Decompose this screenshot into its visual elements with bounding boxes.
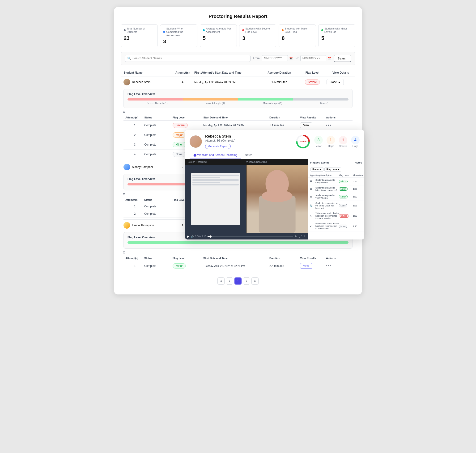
l-start-1: Tuesday, April 23, 2024 at 02:21 PM — [203, 264, 269, 267]
stat-value-severe-flag: 3 — [242, 35, 273, 41]
calendar-to-icon[interactable]: 📅 — [328, 57, 331, 60]
tab-recording[interactable]: ⬤ Webcam and Screen Recording — [190, 151, 241, 159]
col-view-details: View Details — [326, 71, 355, 74]
fr3-icon: 🖥 — [310, 195, 316, 198]
progress-bar[interactable] — [208, 236, 293, 237]
stat-card-minor-flag: Students with Minor Level Flag 5 — [318, 24, 355, 47]
attempt-table-header: Attempt(s) Status Flag Level Start Date … — [123, 115, 353, 120]
modal-header: Rebecca Stein Attempt: 3/3 (Complete) Ge… — [185, 130, 364, 151]
play-button[interactable]: ▶ — [187, 235, 189, 238]
page-title: Proctoring Results Report — [121, 14, 355, 19]
progress-fill — [208, 236, 209, 237]
search-button[interactable]: Search — [334, 55, 351, 62]
l-more-btn-1[interactable]: ••• — [326, 264, 332, 268]
filter-icon-laurie[interactable]: ⚙ — [123, 251, 353, 254]
flagged-events-title: Flagged Events — [310, 161, 329, 164]
att-num-4: 4 — [125, 153, 144, 156]
l-col-start: Start Date and Time — [203, 257, 269, 260]
events-chevron: ▾ — [320, 168, 321, 171]
att-num-1: 1 — [125, 124, 144, 127]
fr3-time: 1:22 — [353, 196, 362, 198]
search-input-wrap[interactable]: 🔍 — [125, 55, 251, 62]
l-view-btn-1[interactable]: View — [300, 263, 312, 269]
calendar-from-icon[interactable]: 📅 — [289, 57, 293, 60]
modal-overlay: Rebecca Stein Attempt: 3/3 (Complete) Ge… — [185, 130, 364, 240]
download-button[interactable]: ⬇ — [303, 235, 305, 238]
bar-severe — [128, 98, 183, 100]
volume-icon[interactable]: 🔊 — [191, 235, 194, 238]
search-icon: 🔍 — [127, 57, 131, 60]
first-attempt-rebecca: Monday, April 22, 2024 at 01:59 PM — [194, 81, 260, 84]
generate-report-button[interactable]: Generate Report — [205, 144, 231, 149]
tab-notes[interactable]: Notes — [241, 151, 256, 159]
flag-badge-severe: Severe — [305, 79, 320, 85]
severity-donut: Severe — [295, 134, 310, 149]
search-input[interactable] — [132, 57, 248, 60]
webcam-recording-panel — [246, 165, 308, 233]
fullscreen-button[interactable]: ⛶ — [299, 235, 302, 238]
l-status-1: Complete — [144, 264, 173, 268]
l-col-flag: Flag Level — [173, 257, 203, 260]
flag-overview-rebecca: Flag Level Overview Severe Attempts (1) … — [123, 89, 353, 108]
events-label: Events — [312, 168, 320, 171]
flag-level-filter-btn[interactable]: Flag Level ▾ — [325, 168, 341, 171]
fr1-desc: Student navigated to verity://home/ — [316, 179, 339, 184]
progress-handle[interactable] — [209, 235, 212, 238]
first-page-button[interactable]: « — [217, 277, 224, 284]
stat-label-minor-flag: Students with Minor Level Flag — [321, 27, 352, 34]
view-details-cell-rebecca[interactable]: Close ▲ — [326, 79, 355, 85]
chevron-up-icon: ▲ — [338, 80, 341, 84]
att-col-start: Start Date and Time — [203, 116, 269, 119]
current-page-button[interactable]: 1 — [234, 277, 242, 284]
flagged-col-type: Type — [310, 174, 316, 177]
modal-tabs: ⬤ Webcam and Screen Recording Notes — [185, 151, 364, 159]
to-label: To: — [295, 57, 299, 60]
modal-body: Screen Recording Webcam Recording — [185, 159, 364, 240]
bar-minor-l — [128, 241, 348, 244]
last-page-button[interactable]: » — [252, 277, 259, 284]
more-btn-1[interactable]: ••• — [326, 123, 332, 127]
stat-dot-avg-attempts — [203, 29, 205, 31]
flagged-panel: Flagged Events Notes Events ▾ Flag Level… — [308, 159, 364, 240]
search-bar: 🔍 From: 📅 To: 📅 Search — [121, 52, 355, 65]
close-button-rebecca[interactable]: Close ▲ — [326, 79, 344, 85]
events-filter-btn[interactable]: Events ▾ — [310, 168, 324, 171]
minor-count: 3 — [314, 136, 323, 144]
to-date-group: To: 📅 — [295, 55, 331, 61]
next-page-button[interactable]: › — [243, 277, 250, 284]
student-name-laurie: Laurie Thompson — [132, 224, 154, 227]
stat-label-severe-flag: Students with Severe Flag Level — [242, 27, 273, 34]
flagged-col-flag: Flag Level — [339, 174, 353, 177]
stat-value-completed: 3 — [163, 38, 194, 45]
from-date-input[interactable] — [262, 55, 288, 61]
to-date-input[interactable] — [300, 55, 326, 61]
att-col-view: View Results — [300, 116, 326, 119]
flagged-header: Flagged Events Notes — [308, 159, 364, 166]
fr2-icon: 🖥 — [310, 188, 316, 191]
minor-label: Minor — [316, 145, 321, 148]
severe-stat-pill: 1 Severe — [339, 136, 347, 148]
severity-center-text: Severe — [299, 140, 306, 143]
fr2-flag: Minor — [339, 188, 353, 190]
view-btn-1[interactable]: View — [300, 122, 312, 128]
l-col-num: Attempt(s) — [125, 257, 144, 260]
att-actions-1[interactable]: ••• — [326, 123, 350, 127]
att-status-3: Complete — [144, 143, 173, 146]
label-major-attempts: Major Attempts (1) — [205, 102, 225, 105]
stat-value-major-flag: 8 — [282, 35, 313, 41]
flag-bar-track — [128, 98, 348, 100]
fr5-desc: Webcam or audio device has been disconne… — [316, 212, 339, 220]
fr4-desc: Student's connection to the Verity Cloud… — [316, 202, 339, 210]
fr3-desc: Student navigated to verity://home/ — [316, 194, 339, 199]
pagination: « ‹ 1 › » — [121, 273, 355, 289]
mock-line-3 — [192, 179, 239, 181]
student-row-rebecca: Rebecca Stein 4 Monday, April 22, 2024 a… — [121, 77, 355, 88]
att-view-1[interactable]: View — [300, 122, 326, 128]
stat-card-total-students: Total Number of Students 23 — [121, 24, 158, 47]
flag-bar-labels: Severe Attempts (1) Major Attempts (1) M… — [128, 102, 348, 105]
prev-page-button[interactable]: ‹ — [226, 277, 233, 284]
avatar-laurie — [123, 222, 130, 229]
filter-icon-rebecca[interactable]: ⚙ — [123, 110, 353, 114]
screen-recording-label: Screen Recording — [188, 161, 246, 163]
fr6-time: 1:45 — [353, 225, 362, 227]
